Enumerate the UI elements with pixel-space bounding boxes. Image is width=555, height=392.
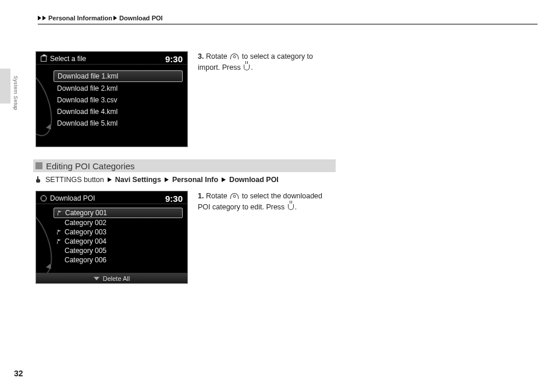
rotate-dial-icon (230, 193, 239, 199)
chevron-right-icon (42, 16, 46, 20)
delete-all-button[interactable]: Delete All (36, 273, 187, 283)
device-screenshot-download-poi: Download POI 9:30 Category 001 Category … (35, 191, 188, 284)
step-number: 3. (198, 52, 204, 60)
file-row[interactable]: Download file 2.kml (54, 83, 183, 94)
instruction-step-3: 3. Rotate to select a category to import… (198, 51, 332, 73)
breadcrumb: Personal Information Download POI (38, 12, 538, 24)
device-screenshot-select-file: Select a file 9:30 Download file 1.kml D… (35, 51, 188, 147)
flag-icon (58, 211, 62, 216)
screen-header: Select a file 9:30 (36, 52, 187, 65)
gear-icon (41, 195, 47, 201)
breadcrumb-item: Personal Information (47, 15, 113, 22)
nav-path-segment: Navi Settings (115, 176, 161, 184)
screen-title: Download POI (50, 194, 95, 202)
file-row[interactable]: Download file 5.kml (54, 118, 183, 129)
step-number: 1. (198, 192, 204, 200)
chevron-right-icon (222, 177, 226, 182)
breadcrumb-item: Download POI (118, 15, 164, 22)
category-row[interactable]: Category 001 (54, 208, 183, 218)
chevron-right-icon (113, 16, 117, 20)
category-row[interactable]: Category 002 (54, 218, 183, 227)
nav-path-segment: Download POI (229, 176, 279, 184)
nav-path-segment: Personal Info (172, 176, 218, 184)
chevron-right-icon (108, 177, 112, 182)
category-list: Category 001 Category 002 Category 003 C… (36, 204, 187, 266)
category-row[interactable]: Category 003 (54, 227, 183, 237)
file-list: Download file 1.kml Download file 2.kml … (36, 65, 187, 134)
hand-press-icon (35, 176, 41, 183)
clock: 9:30 (165, 194, 183, 204)
side-tab (0, 69, 10, 104)
screen-header: Download POI 9:30 (36, 191, 187, 204)
file-row[interactable]: Download file 1.kml (54, 70, 183, 82)
chevron-down-icon (94, 277, 99, 280)
clock: 9:30 (165, 54, 183, 64)
category-row[interactable]: Category 004 (54, 237, 183, 246)
category-row[interactable]: Category 005 (54, 246, 183, 255)
page-number: 32 (14, 369, 23, 378)
flag-icon (57, 230, 61, 235)
flag-icon (57, 239, 61, 244)
file-row[interactable]: Download file 4.kml (54, 106, 183, 117)
square-bullet-icon (35, 162, 42, 169)
file-row[interactable]: Download file 3.csv (54, 95, 183, 105)
press-dial-icon (244, 65, 250, 70)
side-tab-label: System Setup (13, 76, 19, 111)
navigation-path: SETTINGS button Navi Settings Personal I… (35, 176, 279, 184)
rotate-dial-icon (230, 54, 239, 59)
section-title: Editing POI Categories (46, 161, 135, 171)
instruction-step-1: 1. Rotate to select the downloaded POI c… (198, 191, 332, 213)
delete-all-label: Delete All (103, 275, 130, 282)
home-icon (41, 56, 47, 62)
manual-page: { "breadcrumb": { "item1": "Personal Inf… (0, 0, 555, 392)
section-heading: Editing POI Categories (33, 159, 336, 172)
screen-title: Select a file (50, 55, 86, 63)
press-dial-icon (288, 204, 294, 210)
category-row[interactable]: Category 006 (54, 255, 183, 265)
chevron-right-icon (165, 177, 169, 182)
chevron-right-icon (38, 16, 41, 20)
nav-path-segment: SETTINGS button (45, 176, 104, 184)
